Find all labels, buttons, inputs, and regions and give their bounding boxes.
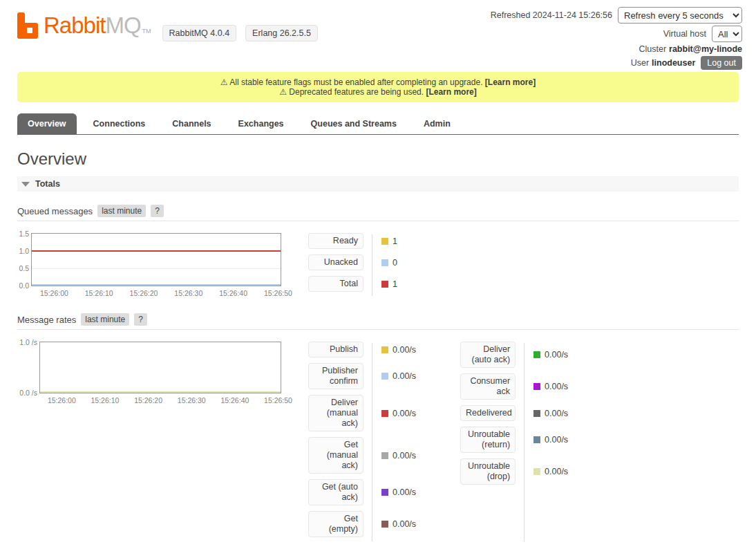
total-color-swatch	[381, 281, 388, 288]
legend-row-redelivered: Redelivered 0.00/s	[460, 405, 568, 421]
rabbitmq-management-app: RabbitMQ TM RabbitMQ 4.0.4 Erlang 26.2.5…	[0, 0, 756, 549]
logo-text-mq: MQ	[105, 12, 140, 39]
virtual-host-select[interactable]: All	[712, 26, 742, 42]
banner-line-deprecated: ⚠ Deprecated features are being used. [L…	[24, 87, 732, 97]
get-auto-ack-toggle-button[interactable]: Get (auto ack)	[308, 479, 363, 505]
message-rates-legend-col2: Deliver (auto ack) 0.00/s Consumer ack 0…	[460, 342, 568, 543]
message-rates-legend-col1: Publish 0.00/s Publisher confirm 0.00/s …	[308, 342, 416, 543]
legend-divider	[372, 234, 372, 296]
message-rates-period-badge[interactable]: last minute	[81, 313, 129, 326]
legend-row-get-auto-ack: Get (auto ack) 0.00/s	[308, 479, 416, 505]
tab-queues-and-streams[interactable]: Queues and Streams	[301, 113, 407, 134]
publish-color-swatch	[381, 346, 388, 353]
queued-messages-block: 1.5 1.0 0.5 0.0 15:26:00 15:26:10 15:26:…	[17, 233, 739, 297]
message-rates-help-icon[interactable]: ?	[134, 313, 147, 326]
warning-banner: ⚠ All stable feature flags must be enabl…	[17, 72, 739, 102]
deprecated-learn-more-link[interactable]: [Learn more]	[426, 87, 476, 97]
version-badges: RabbitMQ 4.0.4 Erlang 26.2.5.5	[162, 25, 318, 41]
legend-divider	[524, 343, 525, 541]
tab-overview[interactable]: Overview	[17, 113, 77, 134]
queued-messages-title: Queued messages	[17, 206, 93, 216]
get-manual-ack-toggle-button[interactable]: Get (manual ack)	[308, 437, 363, 474]
legend-divider	[372, 343, 372, 541]
user-name: linodeuser	[652, 58, 695, 68]
unroutable-return-color-swatch	[533, 436, 540, 443]
legend-row-deliver-manual-ack: Deliver (manual ack) 0.00/s	[308, 395, 416, 431]
queued-messages-period-badge[interactable]: last minute	[97, 205, 146, 217]
logout-button[interactable]: Log out	[701, 56, 742, 70]
deprecated-warning-text: ⚠ Deprecated features are being used.	[279, 87, 424, 97]
unroutable-drop-color-swatch	[533, 468, 540, 475]
feature-flags-warning-text: ⚠ All stable feature flags must be enabl…	[220, 77, 483, 87]
logo-trademark: TM	[142, 28, 151, 35]
totals-section-toggle[interactable]: Totals	[17, 176, 739, 192]
queued-messages-help-icon[interactable]: ?	[151, 205, 164, 217]
queued-messages-plot-area: 1.5 1.0 0.5 0.0 15:26:00 15:26:10 15:26:…	[31, 233, 281, 286]
main-content: Overview Totals Queued messages last min…	[0, 149, 756, 549]
unacked-toggle-button[interactable]: Unacked	[308, 254, 363, 270]
banner-line-feature-flags: ⚠ All stable feature flags must be enabl…	[24, 77, 732, 87]
queued-messages-chart: 1.5 1.0 0.5 0.0 15:26:00 15:26:10 15:26:…	[17, 233, 283, 297]
total-value: 1	[393, 279, 397, 289]
user-label: User	[631, 58, 649, 68]
get-auto-ack-color-swatch	[381, 489, 388, 496]
consumer-ack-rate-value: 0.00/s	[545, 382, 568, 391]
virtual-host-label: Virtual host	[663, 29, 706, 39]
redelivered-toggle-button[interactable]: Redelivered	[460, 405, 516, 421]
get-auto-ack-rate-value: 0.00/s	[393, 487, 416, 497]
get-empty-color-swatch	[381, 521, 388, 528]
ready-value: 1	[393, 236, 397, 246]
rabbitmq-version-badge: RabbitMQ 4.0.4	[162, 25, 237, 41]
total-series-line	[32, 250, 281, 252]
publish-toggle-button[interactable]: Publish	[308, 342, 363, 357]
redelivered-rate-value: 0.00/s	[545, 409, 568, 418]
page-title: Overview	[17, 149, 739, 169]
tab-channels[interactable]: Channels	[162, 113, 221, 134]
ready-toggle-button[interactable]: Ready	[308, 233, 363, 249]
message-rates-plot-area: 1.0 /s 0.0 /s 15:26:00 15:26:10 15:26:20…	[39, 342, 281, 393]
collapse-triangle-icon	[21, 182, 30, 187]
tab-connections[interactable]: Connections	[83, 113, 156, 134]
rabbitmq-logo[interactable]: RabbitMQ TM	[17, 12, 151, 39]
refresh-interval-select[interactable]: Refresh every 5 seconds	[618, 7, 742, 24]
unroutable-drop-toggle-button[interactable]: Unroutable (drop)	[460, 458, 516, 485]
erlang-version-badge: Erlang 26.2.5.5	[245, 25, 318, 41]
deliver-manual-ack-toggle-button[interactable]: Deliver (manual ack)	[308, 395, 363, 431]
publisher-confirm-toggle-button[interactable]: Publisher confirm	[308, 363, 363, 389]
logo-text-rabbit: Rabbit	[44, 12, 105, 39]
rabbitmq-logo-icon	[17, 12, 40, 39]
header: RabbitMQ TM RabbitMQ 4.0.4 Erlang 26.2.5…	[0, 0, 756, 69]
legend-row-consumer-ack: Consumer ack 0.00/s	[460, 373, 568, 400]
legend-row-get-empty: Get (empty) 0.00/s	[308, 511, 416, 537]
get-empty-rate-value: 0.00/s	[393, 519, 416, 529]
logo-group: RabbitMQ TM RabbitMQ 4.0.4 Erlang 26.2.5…	[17, 7, 318, 69]
total-toggle-button[interactable]: Total	[308, 276, 363, 292]
queued-messages-header: Queued messages last minute ?	[17, 205, 739, 221]
refreshed-timestamp: Refreshed 2024-11-24 15:26:56	[491, 10, 612, 20]
message-rates-chart: 1.0 /s 0.0 /s 15:26:00 15:26:10 15:26:20…	[17, 342, 283, 543]
legend-row-ready: Ready 1	[308, 233, 397, 249]
get-empty-toggle-button[interactable]: Get (empty)	[308, 511, 363, 537]
deliver-auto-ack-color-swatch	[533, 351, 540, 358]
unacked-series-line	[32, 284, 281, 286]
tab-exchanges[interactable]: Exchanges	[228, 113, 294, 134]
unroutable-return-toggle-button[interactable]: Unroutable (return)	[460, 427, 516, 453]
ready-color-swatch	[381, 238, 388, 245]
header-right: Refreshed 2024-11-24 15:26:56 Refresh ev…	[491, 7, 742, 69]
unroutable-return-rate-value: 0.00/s	[545, 435, 568, 445]
deliver-manual-ack-color-swatch	[381, 410, 388, 417]
publisher-confirm-rate-value: 0.00/s	[393, 371, 416, 381]
consumer-ack-toggle-button[interactable]: Consumer ack	[460, 373, 516, 400]
deliver-auto-ack-toggle-button[interactable]: Deliver (auto ack)	[460, 342, 516, 368]
cluster-label: Cluster	[639, 44, 666, 54]
feature-flags-learn-more-link[interactable]: [Learn more]	[485, 77, 536, 87]
get-manual-ack-color-swatch	[381, 452, 388, 459]
tab-admin[interactable]: Admin	[413, 113, 461, 134]
totals-label: Totals	[35, 179, 60, 189]
legend-row-publish: Publish 0.00/s	[308, 342, 416, 357]
unroutable-drop-rate-value: 0.00/s	[545, 467, 568, 476]
message-rates-header: Message rates last minute ?	[17, 313, 739, 330]
legend-row-unacked: Unacked 0	[308, 254, 397, 270]
unacked-color-swatch	[381, 259, 388, 266]
legend-row-total: Total 1	[308, 276, 397, 292]
